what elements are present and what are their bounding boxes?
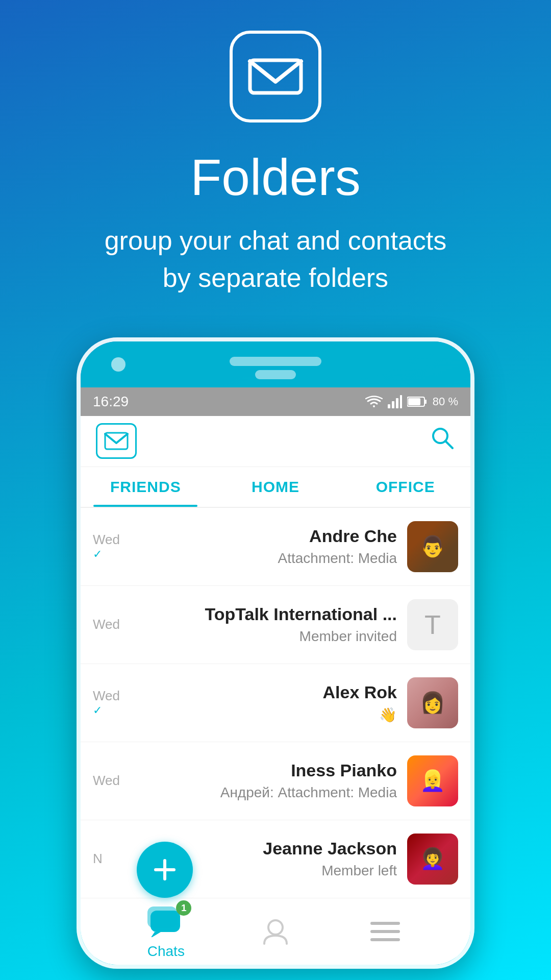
chat-day: Wed (93, 773, 120, 789)
chat-meta: Wed (93, 617, 139, 632)
header-envelope-icon (104, 432, 129, 450)
page-subtitle: group your chat and contactsby separate … (74, 222, 478, 297)
chat-name: Alex Rok (323, 682, 397, 702)
contacts-icon (258, 915, 293, 948)
tab-office[interactable]: OFFICE (340, 467, 470, 507)
avatar: 👨 (407, 521, 458, 572)
menu-icon (367, 915, 403, 948)
svg-point-14 (268, 920, 283, 935)
chat-meta: N (93, 851, 139, 867)
chat-preview: Attachment: Media (278, 550, 397, 567)
chat-preview: Member left (321, 863, 397, 879)
avatar-letter: T (424, 609, 441, 640)
bottom-nav: 1 Chats (81, 898, 470, 965)
app-logo (230, 31, 321, 122)
chat-name: Andre Che (309, 526, 397, 546)
avatar: 👩‍🦱 (407, 834, 458, 885)
chat-day: Wed (93, 688, 120, 704)
chat-content: Alex Rok 👋 (149, 682, 397, 723)
svg-rect-2 (392, 401, 394, 408)
app-header (81, 416, 470, 467)
chat-list: Wed ✓ Andre Che Attachment: Media 👨 Wed … (81, 508, 470, 898)
compose-icon (151, 855, 179, 884)
read-check-icon: ✓ (93, 704, 102, 717)
phone-screen: 16:29 (81, 387, 470, 965)
page-title: Folders (190, 148, 360, 207)
list-item[interactable]: Wed TopTalk International ... Member inv… (81, 586, 470, 664)
nav-chats-label: Chats (147, 943, 185, 960)
avatar: 👩 (407, 677, 458, 728)
phone-speaker (230, 357, 321, 366)
search-icon (430, 425, 455, 451)
chat-meta: Wed (93, 773, 139, 789)
chat-preview: 👋 (379, 706, 397, 723)
status-time: 16:29 (93, 394, 129, 410)
menu-line-2 (370, 930, 400, 933)
avatar: T (407, 599, 458, 650)
tab-home[interactable]: HOME (211, 467, 341, 507)
chat-content: Andre Che Attachment: Media (149, 526, 397, 567)
svg-rect-8 (105, 433, 128, 449)
chat-meta: Wed ✓ (93, 532, 139, 561)
avatar: 👱‍♀️ (407, 755, 458, 806)
chat-preview: Андрей: Attachment: Media (220, 785, 397, 801)
signal-icon (388, 395, 402, 408)
chat-day: Wed (93, 617, 120, 632)
svg-rect-13 (147, 906, 177, 928)
wifi-icon (365, 395, 383, 408)
chats-badge: 1 (176, 900, 191, 916)
status-bar: 16:29 (81, 387, 470, 416)
svg-rect-1 (388, 404, 390, 408)
top-section: Folders group your chat and contactsby s… (0, 0, 551, 337)
battery-icon (407, 396, 428, 407)
chat-content: TopTalk International ... Member invited (149, 604, 397, 645)
contacts-icon-svg (260, 916, 291, 947)
chat-content: Iness Pianko Андрей: Attachment: Media (149, 761, 397, 801)
menu-line-3 (370, 938, 400, 941)
compose-fab-button[interactable] (137, 842, 193, 898)
header-logo (96, 423, 137, 459)
nav-chats[interactable]: 1 Chats (111, 903, 221, 960)
chat-name: Iness Pianko (291, 761, 397, 780)
menu-line-1 (370, 922, 400, 925)
phone-home-indicator (255, 370, 296, 379)
chat-preview: Member invited (299, 628, 397, 645)
list-item[interactable]: N Jeanne Jackson Member left 👩‍🦱 (81, 820, 470, 898)
envelope-icon (247, 56, 304, 97)
list-item[interactable]: Wed Iness Pianko Андрей: Attachment: Med… (81, 742, 470, 820)
svg-marker-12 (151, 932, 161, 937)
svg-rect-3 (396, 398, 398, 408)
nav-menu[interactable] (330, 915, 440, 948)
chats-nav-icon-wrap: 1 (145, 903, 186, 939)
chat-day: Wed (93, 532, 120, 548)
phone-mockup: 16:29 (77, 337, 474, 969)
tabs-bar: FRIENDS HOME OFFICE (81, 467, 470, 508)
svg-line-10 (445, 441, 453, 448)
read-check-icon: ✓ (93, 548, 102, 561)
chat-name: TopTalk International ... (205, 604, 397, 624)
battery-text: 80 % (433, 395, 458, 408)
list-item[interactable]: Wed ✓ Alex Rok 👋 👩 (81, 664, 470, 742)
phone-camera (111, 357, 126, 372)
svg-rect-7 (408, 398, 420, 405)
list-item[interactable]: Wed ✓ Andre Che Attachment: Media 👨 (81, 508, 470, 586)
chat-day: N (93, 851, 103, 867)
chat-meta: Wed ✓ (93, 688, 139, 717)
tab-friends[interactable]: FRIENDS (81, 467, 211, 507)
nav-contacts[interactable] (221, 915, 331, 948)
search-button[interactable] (430, 425, 455, 457)
phone-top-bar (81, 341, 470, 387)
status-icons: 80 % (365, 395, 458, 408)
svg-rect-4 (400, 395, 402, 408)
chat-name: Jeanne Jackson (263, 839, 397, 859)
svg-rect-6 (424, 400, 427, 404)
